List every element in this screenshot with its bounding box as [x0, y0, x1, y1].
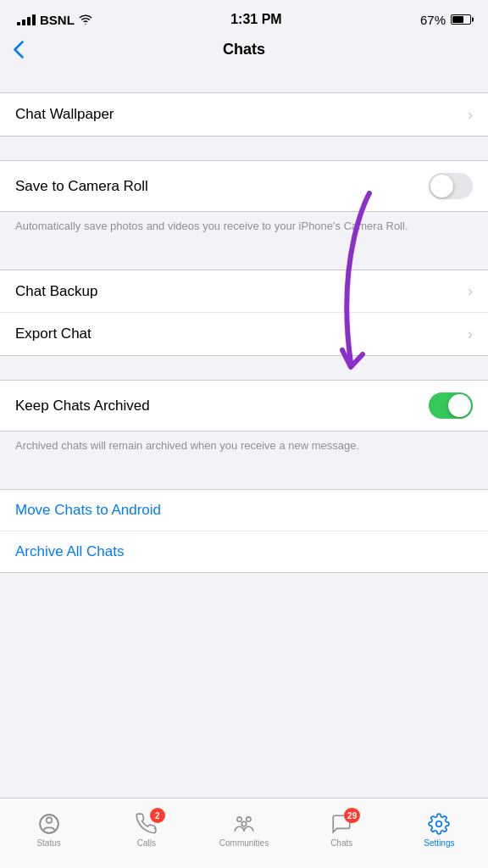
- chat-wallpaper-right: ›: [468, 106, 473, 124]
- keep-chats-archived-row: Keep Chats Archived: [0, 381, 488, 431]
- spacer-1: [0, 69, 488, 92]
- back-button[interactable]: [14, 41, 24, 58]
- export-chat-label: Export Chat: [15, 326, 92, 342]
- chats-badge: 29: [344, 808, 360, 823]
- toggle-knob: [448, 394, 471, 417]
- tab-status[interactable]: Status: [0, 798, 97, 854]
- calls-tab-label: Calls: [137, 838, 156, 848]
- move-chats-android-link[interactable]: Move Chats to Android: [0, 490, 488, 531]
- back-chevron-icon: [14, 41, 24, 58]
- status-bar: BSNL 1:31 PM 67%: [0, 0, 488, 34]
- communities-tab-icon: [232, 812, 256, 836]
- carrier-label: BSNL: [40, 13, 75, 27]
- chat-backup-row[interactable]: Chat Backup ›: [0, 270, 488, 313]
- wifi-icon: [79, 13, 92, 26]
- communities-tab-label: Communities: [219, 838, 269, 848]
- tab-settings[interactable]: Settings: [391, 798, 488, 854]
- chat-wallpaper-row[interactable]: Chat Wallpaper ›: [0, 93, 488, 136]
- settings-tab-icon: [427, 812, 451, 836]
- section-wallpaper: Chat Wallpaper ›: [0, 92, 488, 136]
- keep-chats-archived-label: Keep Chats Archived: [15, 398, 150, 415]
- chevron-icon: ›: [468, 326, 473, 343]
- tab-communities[interactable]: Communities: [195, 798, 292, 854]
- status-left: BSNL: [17, 13, 92, 27]
- section-actions: Move Chats to Android Archive All Chats: [0, 489, 488, 573]
- svg-point-7: [436, 821, 442, 827]
- export-chat-row[interactable]: Export Chat ›: [0, 313, 488, 355]
- section-keep-archived: Keep Chats Archived: [0, 380, 488, 431]
- chevron-icon: ›: [468, 106, 473, 124]
- svg-point-6: [241, 821, 246, 826]
- toggle-knob: [430, 175, 453, 198]
- status-tab-icon: [37, 812, 61, 836]
- chats-tab-label: Chats: [330, 838, 352, 848]
- status-right: 67%: [420, 13, 471, 27]
- settings-tab-label: Settings: [424, 838, 454, 848]
- save-camera-roll-row: Save to Camera Roll: [0, 161, 488, 211]
- communities-icon: [233, 813, 255, 835]
- tab-calls[interactable]: 2 Calls: [97, 798, 195, 854]
- status-time: 1:31 PM: [230, 12, 281, 27]
- status-icon: [38, 813, 60, 835]
- save-camera-roll-right: [429, 173, 473, 199]
- archive-all-chats-link[interactable]: Archive All Chats: [0, 531, 488, 572]
- svg-point-5: [237, 817, 241, 821]
- save-camera-roll-label: Save to Camera Roll: [15, 178, 148, 195]
- svg-point-0: [85, 24, 86, 25]
- keep-chats-archived-toggle[interactable]: [429, 392, 473, 419]
- battery-percent: 67%: [420, 13, 446, 27]
- chat-backup-label: Chat Backup: [15, 283, 97, 300]
- tab-bar: Status 2 Calls Communities 29: [0, 798, 488, 868]
- chats-tab-icon: 29: [330, 812, 353, 836]
- svg-point-2: [46, 817, 52, 823]
- spacer-3: [0, 246, 488, 270]
- page-title: Chats: [223, 41, 265, 58]
- chat-wallpaper-label: Chat Wallpaper: [15, 106, 114, 123]
- calls-badge: 2: [150, 808, 165, 823]
- status-tab-label: Status: [36, 838, 60, 848]
- signal-icon: [17, 14, 36, 25]
- calls-tab-icon: 2: [135, 812, 158, 836]
- camera-roll-description: Automatically save photos and videos you…: [0, 212, 488, 246]
- chevron-icon: ›: [468, 282, 473, 300]
- spacer-5: [0, 465, 488, 489]
- tab-chats[interactable]: 29 Chats: [293, 798, 391, 854]
- section-backup: Chat Backup › Export Chat ›: [0, 270, 488, 356]
- keep-archived-description: Archived chats will remain archived when…: [0, 431, 488, 465]
- section-camera-roll: Save to Camera Roll: [0, 160, 488, 212]
- spacer-2: [0, 136, 488, 160]
- battery-icon: [451, 14, 471, 25]
- spacer-4: [0, 356, 488, 380]
- settings-icon: [428, 813, 450, 835]
- nav-bar: Chats: [0, 34, 488, 69]
- save-camera-roll-toggle[interactable]: [429, 173, 473, 199]
- svg-point-4: [247, 817, 251, 821]
